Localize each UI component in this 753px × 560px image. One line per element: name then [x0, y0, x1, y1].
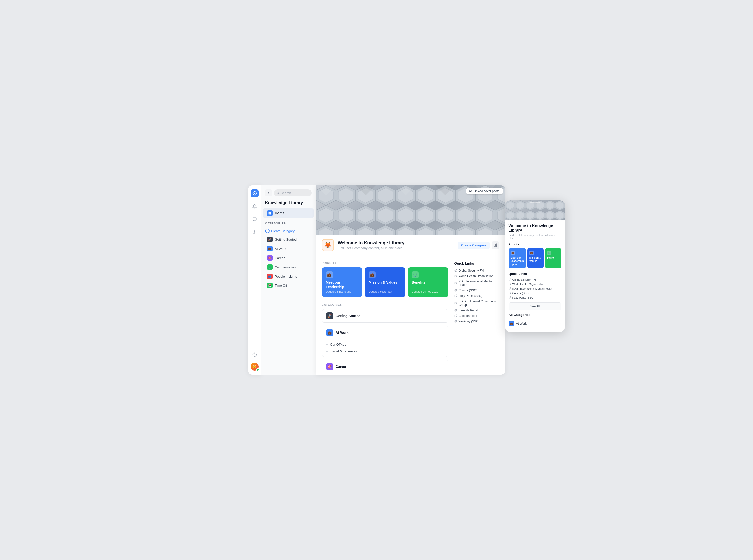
create-category-main-btn[interactable]: Create Category	[458, 242, 489, 249]
mobile-ql-item[interactable]: Concur (SSO)	[509, 291, 561, 296]
user-avatar[interactable]: 🐱	[251, 363, 258, 371]
svg-line-26	[455, 309, 457, 311]
quick-link-label: Building Internal Community Group	[459, 300, 499, 307]
priority-label: PRIORITY	[322, 261, 448, 264]
mobile-all-cats-title: All Categories	[509, 313, 561, 317]
mobile-ql-label: Foxy Perks (SSO)	[513, 296, 535, 299]
career-items: My Career Internal Mobility DRAFT Global…	[322, 373, 448, 375]
mobile-ql-label: World Health Organisation	[513, 283, 544, 286]
mobile-priority-cards: 💼 Meet our Leadership Update 💼 Mission &…	[509, 248, 561, 268]
external-link-icon	[454, 314, 457, 318]
mission-card-title: Mission & Values	[369, 280, 401, 289]
app-logo[interactable]	[251, 189, 258, 197]
svg-rect-9	[269, 213, 270, 214]
svg-line-21	[455, 275, 457, 276]
sidebar-item-people-insights[interactable]: 👥 People Insights	[263, 272, 314, 281]
quick-link-item[interactable]: Foxy Perks (SSO)	[454, 293, 499, 299]
cat-icon-career: 🎯	[267, 255, 272, 261]
priority-card-leadership[interactable]: 💼 Meet our Leadership Updated 8 hours ag…	[322, 267, 363, 297]
mobile-card-title: Mission & Values	[529, 256, 542, 263]
mobile-card-icon: ⚖️	[547, 251, 552, 255]
quick-links-list: Global Security FYI World Health Organis…	[454, 268, 499, 324]
svg-point-1	[254, 193, 255, 194]
leadership-card-title: Meet our Leadership	[326, 280, 359, 289]
list-item[interactable]: Travel & Expenses	[322, 348, 448, 355]
at-work-header[interactable]: 💼 At Work	[322, 326, 448, 339]
bullet-icon	[326, 344, 328, 345]
sidebar-item-career[interactable]: 🎯 Career	[263, 253, 314, 262]
career-header[interactable]: 🎯 Career	[322, 360, 448, 373]
cat-icon-people-insights: 👥	[267, 274, 272, 279]
sidebar-item-getting-started[interactable]: 🚀 Getting Started	[263, 235, 314, 244]
chat-icon[interactable]	[251, 215, 258, 223]
mobile-ql-item[interactable]: Foxy Perks (SSO)	[509, 296, 561, 300]
quick-link-item[interactable]: Global Security FYI	[454, 268, 499, 273]
quick-link-label: Benefits Portal	[459, 308, 478, 312]
svg-line-25	[455, 302, 457, 303]
svg-line-23	[455, 289, 457, 291]
mobile-card-mission[interactable]: 💼 Mission & Values	[527, 248, 543, 268]
quick-link-item[interactable]: ICAS International Mental Health	[454, 279, 499, 288]
mobile-card-leadership[interactable]: 💼 Meet our Leadership Update	[509, 248, 526, 268]
sidebar-item-time-off[interactable]: 📅 Time Off	[263, 281, 314, 290]
mobile-cover	[505, 200, 565, 220]
quick-link-label: Workday (SSO)	[459, 320, 480, 323]
help-icon[interactable]	[251, 351, 258, 359]
mobile-ql-item[interactable]: ICAS International Mental Health	[509, 286, 561, 291]
quick-link-item[interactable]: Concur (SSO)	[454, 288, 499, 293]
mobile-card-title: Meet our Leadership Update	[510, 256, 524, 266]
mobile-ext-icon	[509, 296, 511, 299]
category-block-at-work: 💼 At Work Our Offices Travel & Expenses	[322, 326, 448, 357]
quick-link-item[interactable]: Building Internal Community Group	[454, 299, 499, 307]
leadership-card-updated: Updated 8 hours ago	[326, 290, 359, 293]
sidebar: Search Knowledge Library Home Categories…	[261, 185, 316, 375]
plus-icon: +	[265, 229, 270, 233]
mobile-ql-list: Global Security FYI World Health Organis…	[509, 278, 561, 300]
list-item[interactable]: Our Offices	[322, 341, 448, 348]
priority-card-benefits[interactable]: ⚖️ Benefits Updated 24 Feb 2020	[408, 267, 448, 297]
external-link-icon	[454, 295, 457, 298]
mobile-see-all-btn[interactable]: See All	[509, 302, 561, 311]
content-area: PRIORITY 💼 Meet our Leadership Updated 8…	[316, 255, 505, 375]
sidebar-item-compensation[interactable]: ⚖️ Compensation	[263, 263, 314, 272]
search-bar[interactable]: Search	[274, 189, 312, 196]
mobile-ql-item[interactable]: Global Security FYI	[509, 278, 561, 282]
svg-line-27	[455, 315, 457, 316]
getting-started-header[interactable]: 🚀 Getting Started	[322, 309, 448, 323]
back-button[interactable]	[265, 189, 272, 196]
bullet-icon	[326, 351, 328, 352]
cat-label-compensation: Compensation	[275, 265, 296, 269]
mobile-title: Welcome to Knowledge Library	[509, 224, 561, 233]
mobile-cat-row-at-work[interactable]: 💼 At Work ›	[509, 319, 561, 328]
mobile-chevron-icon: ›	[560, 322, 561, 325]
mobile-ql-item[interactable]: World Health Organisation	[509, 282, 561, 286]
sidebar-item-at-work[interactable]: 💼 At Work	[263, 244, 314, 253]
mobile-ql-label: Concur (SSO)	[513, 292, 529, 295]
mobile-card-icon: 💼	[529, 251, 534, 255]
sidebar-title: Knowledge Library	[261, 200, 315, 208]
at-work-items: Our Offices Travel & Expenses	[322, 339, 448, 357]
priority-card-mission[interactable]: 💼 Mission & Values Updated Yesterday	[365, 267, 405, 297]
quick-link-item[interactable]: World Health Organisation	[454, 273, 499, 279]
mobile-ext-icon	[509, 283, 511, 286]
edit-button[interactable]	[492, 241, 499, 249]
quick-links-title: Quick Links	[454, 261, 499, 265]
create-category-sidebar-btn[interactable]: + Create Category	[261, 227, 315, 235]
nav-rail: 🐱	[248, 185, 261, 375]
upload-cover-btn[interactable]: Upload cover photo	[466, 188, 502, 194]
notifications-icon[interactable]	[251, 202, 258, 210]
sidebar-home-item[interactable]: Home	[263, 208, 314, 218]
quick-link-item[interactable]: Workday (SSO)	[454, 319, 499, 324]
svg-line-24	[455, 295, 457, 296]
quick-link-item[interactable]: Benefits Portal	[454, 307, 499, 313]
cover-photo: Upload cover photo	[316, 185, 505, 235]
upload-cover-label: Upload cover photo	[474, 189, 499, 193]
mobile-card-payroll[interactable]: ⚖️ Payro	[545, 248, 561, 268]
at-work-icon: 💼	[326, 329, 333, 336]
tools-icon[interactable]	[251, 228, 258, 236]
svg-line-35	[510, 292, 511, 293]
category-block-career: 🎯 Career My Career Internal Mobility DRA…	[322, 360, 448, 375]
quick-link-item[interactable]: Calendar Tool	[454, 313, 499, 319]
content-left: PRIORITY 💼 Meet our Leadership Updated 8…	[322, 261, 448, 375]
svg-line-32	[510, 279, 511, 280]
